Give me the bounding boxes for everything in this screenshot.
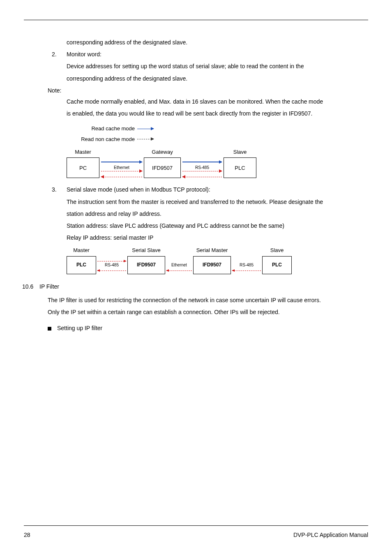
legend-cache-label: Read cache mode	[67, 124, 137, 133]
hdr2-slave: Slave	[262, 245, 292, 255]
conn-eth-label: Ethernet	[114, 164, 129, 171]
arrow-right-dashed-icon	[182, 171, 222, 171]
item3-line1: The instruction sent from the master is …	[52, 197, 368, 207]
section-number: 10.6	[22, 282, 39, 292]
diagram-cache-mode: Read cache mode Read non cache mode Mast…	[67, 124, 368, 178]
main-content: corresponding address of the designated …	[24, 37, 368, 334]
sec-line2: Only the IP set within a certain range c…	[48, 307, 368, 317]
arrow-right-dashed-icon	[101, 171, 142, 171]
header-rule	[24, 20, 368, 20]
item2-line1: Device addresses for setting up the word…	[52, 61, 368, 72]
box-pc: PC	[67, 157, 99, 178]
diagram1-boxes: PC Ethernet IFD9507 RS-485 PLC	[67, 157, 368, 178]
item3-line2: station address and relay IP address.	[52, 209, 368, 219]
page-number: 28	[24, 530, 30, 540]
list-item-2: 2.Monitor word:	[52, 49, 368, 60]
section-heading: 10.6IP Filter	[22, 282, 368, 292]
conn-rs-2: RS-485	[231, 256, 262, 274]
hdr2-serial-master: Serial Master	[193, 245, 231, 255]
page-footer: 28 DVP-PLC Application Manual	[24, 525, 368, 540]
arrow-right-solid-icon	[182, 162, 222, 162]
arrow-left-dashed-icon	[101, 177, 142, 177]
note-label: Note:	[48, 86, 368, 96]
box-ifd9507: IFD9507	[144, 157, 181, 178]
list-item-3: 3.Serial slave mode (used when in Modbus…	[52, 185, 368, 195]
conn-eth-2: Ethernet	[165, 256, 193, 274]
diagram1-headers: Master Gateway Slave	[67, 147, 368, 157]
sec-line1: The IP filter is used for restricting th…	[48, 295, 368, 305]
manual-title: DVP-PLC Application Manual	[293, 530, 368, 540]
box-plc: PLC	[224, 157, 256, 178]
hdr2-serial-slave: Serial Slave	[127, 245, 165, 255]
bullet-text: Setting up IP filter	[57, 325, 102, 331]
arrow-dashed-icon	[137, 139, 154, 139]
diagram2-boxes: PLC RS-485 IFD9507 Ethernet IFD9507 RS-4…	[67, 256, 368, 274]
arrow-left-dashed-icon	[232, 271, 261, 271]
arrow-left-dashed-icon	[97, 271, 126, 271]
diagram-serial-slave: Master Serial Slave Serial Master Slave …	[67, 245, 368, 274]
item3-line3: Station address: slave PLC address (Gate…	[52, 221, 368, 231]
bullet-item: Setting up IP filter	[48, 323, 368, 333]
arrow-left-dashed-icon	[166, 271, 192, 271]
hdr-gateway: Gateway	[144, 147, 181, 157]
hdr-master: Master	[67, 147, 99, 157]
item2-number: 2.	[52, 49, 67, 60]
conn-rs-1: RS-485	[96, 256, 127, 274]
item3-title: Serial slave mode (used when in Modbus T…	[67, 185, 210, 195]
note-line1: Cache mode normally enabled, and Max. da…	[52, 97, 368, 107]
item2-title: Monitor word:	[67, 49, 101, 60]
square-bullet-icon	[48, 327, 51, 331]
arrow-solid-icon	[137, 129, 154, 129]
hdr2-master: Master	[67, 245, 96, 255]
note-line2: is enabled, the data you would like to r…	[52, 109, 368, 119]
hdr-slave: Slave	[224, 147, 256, 157]
conn-ethernet: Ethernet	[99, 157, 144, 178]
box-plc-left: PLC	[67, 256, 96, 274]
para-corresponding: corresponding address of the designated …	[52, 37, 368, 48]
legend-noncache: Read non cache mode	[67, 134, 368, 144]
section-title: IP Filter	[39, 283, 59, 290]
box-plc-right: PLC	[262, 256, 292, 274]
arrow-right-solid-icon	[101, 162, 142, 162]
conn-rs-label-2: RS-485	[240, 261, 254, 269]
box-ifd-1: IFD9507	[127, 256, 165, 274]
box-ifd-2: IFD9507	[193, 256, 231, 274]
item3-number: 3.	[52, 185, 67, 195]
legend-noncache-label: Read non cache mode	[67, 134, 137, 144]
conn-eth-label-2: Ethernet	[171, 261, 187, 269]
conn-rs-label-1: RS-485	[105, 261, 119, 269]
arrow-left-dashed-icon	[182, 177, 222, 177]
legend-cache: Read cache mode	[67, 124, 368, 133]
item2-line2: corresponding address of the designated …	[52, 74, 368, 84]
diagram2-headers: Master Serial Slave Serial Master Slave	[67, 245, 368, 255]
conn-rs-label: RS-485	[195, 164, 209, 171]
item3-line4: Relay IP address: serial master IP	[52, 233, 368, 243]
conn-rs485: RS-485	[181, 157, 224, 178]
